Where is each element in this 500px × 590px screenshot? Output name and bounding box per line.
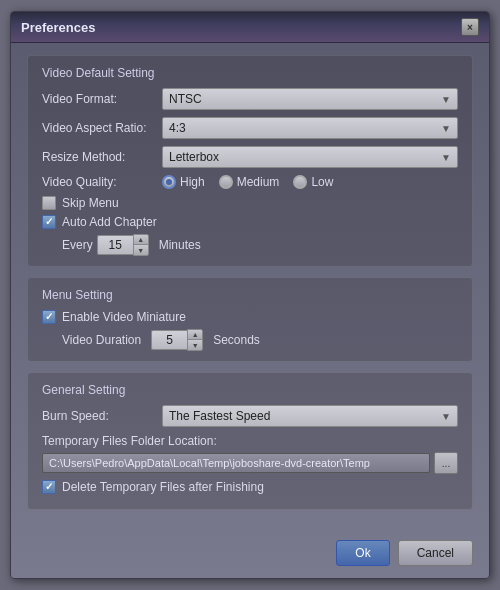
burn-speed-value: The Fastest Speed	[169, 409, 270, 423]
video-quality-row: Video Quality: High Medium Low	[42, 175, 458, 189]
video-aspect-ratio-dropdown[interactable]: 4:3 ▼	[162, 117, 458, 139]
auto-add-chapter-row: ✓ Auto Add Chapter	[42, 215, 458, 229]
ok-button[interactable]: Ok	[336, 540, 389, 566]
checkmark-icon: ✓	[45, 217, 53, 227]
video-quality-radio-group: High Medium Low	[162, 175, 333, 189]
skip-menu-row: Skip Menu	[42, 196, 458, 210]
video-duration-label: Video Duration	[62, 333, 141, 347]
checkmark-icon: ✓	[45, 312, 53, 322]
minutes-spinner: 15 ▲ ▼	[97, 234, 149, 256]
resize-method-row: Resize Method: Letterbox ▼	[42, 146, 458, 168]
skip-menu-checkbox[interactable]	[42, 196, 56, 210]
burn-speed-dropdown[interactable]: The Fastest Speed ▼	[162, 405, 458, 427]
minutes-spinner-buttons: ▲ ▼	[133, 234, 149, 256]
enable-video-miniature-label: Enable Video Miniature	[62, 310, 186, 324]
minutes-up-button[interactable]: ▲	[134, 235, 148, 245]
resize-method-value: Letterbox	[169, 150, 219, 164]
video-format-value: NTSC	[169, 92, 202, 106]
skip-menu-label: Skip Menu	[62, 196, 119, 210]
video-quality-label: Video Quality:	[42, 175, 162, 189]
video-format-dropdown[interactable]: NTSC ▼	[162, 88, 458, 110]
auto-add-chapter-label: Auto Add Chapter	[62, 215, 157, 229]
cancel-button[interactable]: Cancel	[398, 540, 473, 566]
browse-icon: ...	[442, 458, 450, 469]
auto-add-chapter-checkbox[interactable]: ✓	[42, 215, 56, 229]
duration-value[interactable]: 5	[151, 330, 187, 350]
delete-temp-files-label: Delete Temporary Files after Finishing	[62, 480, 264, 494]
temp-path-row: C:\Users\Pedro\AppData\Local\Temp\jobosh…	[42, 452, 458, 474]
menu-setting-section: Menu Setting ✓ Enable Video Miniature Vi…	[27, 277, 473, 362]
quality-low-label: Low	[311, 175, 333, 189]
dropdown-arrow-icon: ▼	[441, 152, 451, 163]
duration-up-button[interactable]: ▲	[188, 330, 202, 340]
video-format-label: Video Format:	[42, 92, 162, 106]
quality-low-radio[interactable]: Low	[293, 175, 333, 189]
temp-files-label: Temporary Files Folder Location:	[42, 434, 217, 448]
temp-path-input[interactable]: C:\Users\Pedro\AppData\Local\Temp\jobosh…	[42, 453, 430, 473]
every-minutes-row: Every 15 ▲ ▼ Minutes	[62, 234, 458, 256]
enable-video-miniature-row: ✓ Enable Video Miniature	[42, 310, 458, 324]
video-default-section: Video Default Setting Video Format: NTSC…	[27, 55, 473, 267]
radio-high-circle	[162, 175, 176, 189]
seconds-label: Seconds	[213, 333, 260, 347]
quality-medium-radio[interactable]: Medium	[219, 175, 280, 189]
resize-method-dropdown[interactable]: Letterbox ▼	[162, 146, 458, 168]
video-aspect-ratio-row: Video Aspect Ratio: 4:3 ▼	[42, 117, 458, 139]
dropdown-arrow-icon: ▼	[441, 411, 451, 422]
dialog-footer: Ok Cancel	[11, 532, 489, 578]
quality-medium-label: Medium	[237, 175, 280, 189]
close-icon: ×	[467, 22, 473, 33]
radio-high-dot	[166, 179, 172, 185]
menu-setting-title: Menu Setting	[42, 288, 458, 302]
close-button[interactable]: ×	[461, 18, 479, 36]
browse-button[interactable]: ...	[434, 452, 458, 474]
title-bar: Preferences ×	[11, 12, 489, 43]
burn-speed-label: Burn Speed:	[42, 409, 162, 423]
resize-method-label: Resize Method:	[42, 150, 162, 164]
video-aspect-ratio-label: Video Aspect Ratio:	[42, 121, 162, 135]
delete-temp-files-checkbox[interactable]: ✓	[42, 480, 56, 494]
general-setting-section: General Setting Burn Speed: The Fastest …	[27, 372, 473, 510]
video-duration-row: Video Duration 5 ▲ ▼ Seconds	[62, 329, 458, 351]
checkmark-icon: ✓	[45, 482, 53, 492]
dialog-title: Preferences	[21, 20, 95, 35]
radio-medium-circle	[219, 175, 233, 189]
enable-video-miniature-checkbox[interactable]: ✓	[42, 310, 56, 324]
duration-spinner: 5 ▲ ▼	[151, 329, 203, 351]
dialog-body: Video Default Setting Video Format: NTSC…	[11, 43, 489, 532]
video-default-title: Video Default Setting	[42, 66, 458, 80]
minutes-down-button[interactable]: ▼	[134, 245, 148, 255]
quality-high-label: High	[180, 175, 205, 189]
video-format-row: Video Format: NTSC ▼	[42, 88, 458, 110]
delete-temp-files-row: ✓ Delete Temporary Files after Finishing	[42, 480, 458, 494]
quality-high-radio[interactable]: High	[162, 175, 205, 189]
duration-spinner-buttons: ▲ ▼	[187, 329, 203, 351]
preferences-dialog: Preferences × Video Default Setting Vide…	[10, 11, 490, 579]
radio-low-circle	[293, 175, 307, 189]
general-setting-title: General Setting	[42, 383, 458, 397]
minutes-label: Minutes	[159, 238, 201, 252]
duration-down-button[interactable]: ▼	[188, 340, 202, 350]
burn-speed-row: Burn Speed: The Fastest Speed ▼	[42, 405, 458, 427]
video-aspect-ratio-value: 4:3	[169, 121, 186, 135]
every-label: Every	[62, 238, 93, 252]
dropdown-arrow-icon: ▼	[441, 123, 451, 134]
minutes-value[interactable]: 15	[97, 235, 133, 255]
dropdown-arrow-icon: ▼	[441, 94, 451, 105]
